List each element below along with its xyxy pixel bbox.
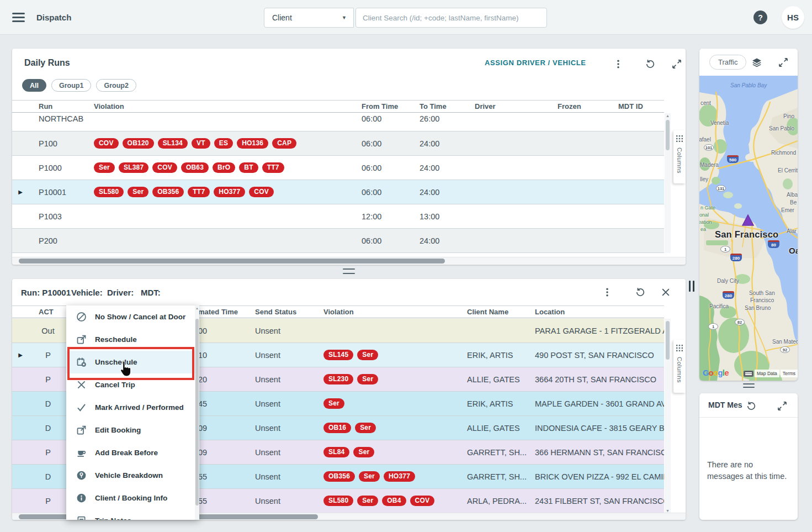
client-search-input[interactable] <box>355 8 547 28</box>
table-row[interactable]: P100COVOB120SL134VTESHO136CAP06:0024:00 <box>12 131 664 156</box>
run-cell: P1003 <box>29 212 94 221</box>
menu-item-mark-arrived[interactable]: Mark Arrived / Performed <box>66 396 199 419</box>
map-expand-icon[interactable] <box>777 56 790 69</box>
violation-cell: SL580SerOB4COV <box>323 496 467 506</box>
daily-runs-kebab-menu-icon[interactable] <box>612 57 625 71</box>
run-detail-close-icon[interactable] <box>659 286 672 299</box>
run-cell: P10001 <box>29 188 94 197</box>
table-row[interactable]: P20006:0024:00 <box>12 229 664 253</box>
column-header[interactable]: Send Status <box>255 308 323 316</box>
run-cell: P100 <box>29 139 94 148</box>
mark-arrived-icon <box>75 402 87 414</box>
horizontal-splitter-handle[interactable] <box>343 268 355 274</box>
right-splitter-handle[interactable] <box>743 383 755 388</box>
from-time-cell: 12:00 <box>362 212 420 221</box>
violation-cell: SL84Ser <box>323 447 467 457</box>
avatar[interactable]: HS <box>782 6 804 29</box>
violation-cell: OB356SerHO377 <box>323 471 467 482</box>
menu-item-unschedule[interactable]: Unschedule <box>66 351 199 373</box>
add-break-icon <box>75 447 87 459</box>
send-status-cell: Unsent <box>255 375 323 384</box>
to-time-cell: 26:00 <box>420 113 475 123</box>
menu-item-cancel-trip[interactable]: Cancel Trip <box>66 373 199 396</box>
map-label: Daly City <box>717 278 739 284</box>
assign-driver-vehicle-button[interactable]: ASSIGN DRIVER / VEHICLE <box>485 59 586 67</box>
menu-item-label: Add Break Before <box>95 449 158 457</box>
daily-runs-expand-icon[interactable] <box>670 57 683 71</box>
violation-cell: SL145Ser <box>323 350 467 360</box>
menu-item-edit-booking[interactable]: Edit Booking <box>66 419 199 441</box>
from-time-cell: 06:00 <box>362 113 420 123</box>
filter-chip-all[interactable]: All <box>22 79 46 92</box>
column-header[interactable]: Violation <box>323 308 467 316</box>
help-icon[interactable]: ? <box>753 10 767 24</box>
table-row[interactable]: P100312:0013:00 <box>12 204 664 229</box>
mdt-expand-icon[interactable] <box>776 399 789 413</box>
daily-runs-horizontal-scrollbar[interactable] <box>12 257 686 264</box>
column-header[interactable]: Frozen <box>558 102 618 110</box>
vehicle-map-marker[interactable] <box>741 214 755 228</box>
act-cell: Out <box>29 326 67 335</box>
violation-badge: Ser <box>357 496 378 506</box>
column-header[interactable]: Client Name <box>467 308 535 316</box>
violation-badge: TT7 <box>188 187 210 197</box>
column-header[interactable]: Location <box>535 308 664 316</box>
menu-item-trip-notes[interactable]: Trip Notes <box>66 509 199 520</box>
map-label: Francisco <box>750 297 774 303</box>
map-terms-link[interactable]: Terms <box>781 370 798 377</box>
run-detail-vertical-scrollbar[interactable]: ▼ <box>665 319 671 513</box>
highway-shield-101: 101 <box>704 144 714 151</box>
panel-collapse-handle[interactable] <box>689 281 694 292</box>
hamburger-menu-icon[interactable] <box>12 13 25 22</box>
violation-badge: OB356 <box>152 187 184 197</box>
to-time-cell: 24:00 <box>420 236 475 245</box>
column-header[interactable]: ACT <box>29 308 67 316</box>
traffic-toggle-button[interactable]: Traffic <box>709 55 746 70</box>
run-detail-columns-tab[interactable]: Columns <box>673 340 686 393</box>
dispatch-app: Dispatch Client ▼ ? HS Daily Runs AllGro… <box>0 0 812 532</box>
map-label: n Gate <box>700 205 715 210</box>
column-header[interactable]: Run <box>29 102 94 110</box>
keyboard-shortcuts-icon[interactable] <box>744 371 753 377</box>
map-canvas[interactable]: San Pablo BaycentPinoVenetiaSan PabloRaf… <box>699 76 798 381</box>
map-label: Oa <box>789 246 798 255</box>
column-header[interactable]: Violation <box>94 102 362 110</box>
no-show-icon <box>75 311 87 323</box>
menu-item-reschedule[interactable]: Reschedule <box>66 328 199 351</box>
column-header[interactable]: Driver <box>475 102 558 110</box>
location-cell: 2431 FILBERT ST, SAN FRANCISCO <box>535 497 664 505</box>
act-cell: D <box>29 424 67 433</box>
map-panel: Traffic <box>699 49 798 381</box>
violation-badge: COV <box>249 187 274 197</box>
table-row[interactable]: NORTHCAB06:0026:00 <box>12 113 664 131</box>
mdt-refresh-icon[interactable] <box>745 399 758 413</box>
column-header[interactable]: To Time <box>420 102 475 110</box>
map-data-link[interactable]: Map Data <box>755 370 779 377</box>
map-label: South San <box>749 290 775 296</box>
column-header[interactable]: MDT ID <box>618 102 664 110</box>
daily-runs-refresh-icon[interactable] <box>644 57 657 71</box>
highway-shield-80: 80 <box>768 240 779 248</box>
daily-runs-columns-tab[interactable]: Columns <box>673 130 686 183</box>
map-label: Madera <box>700 162 719 168</box>
run-detail-refresh-icon[interactable] <box>634 286 647 299</box>
violation-badge: BrO <box>213 162 235 173</box>
filter-chip-group1[interactable]: Group1 <box>51 79 91 92</box>
to-time-cell: 24:00 <box>420 164 475 172</box>
menu-item-vehicle-breakdown[interactable]: Vehicle Breakdown <box>66 464 199 487</box>
selected-row-marker-icon: ▶ <box>12 189 29 195</box>
highway-shield-1: 1 <box>708 323 718 330</box>
violation-cell: Ser <box>323 398 467 409</box>
daily-runs-vertical-scrollbar[interactable]: ▲ <box>665 113 671 253</box>
search-type-select[interactable]: Client ▼ <box>264 8 354 28</box>
column-header[interactable]: From Time <box>362 102 420 110</box>
run-detail-kebab-menu-icon[interactable] <box>601 286 614 299</box>
table-row[interactable]: ▶P10001SL580SerOB356TT7HO377COV06:0024:0… <box>12 180 664 204</box>
table-row[interactable]: P1000SerSL387COVOB63BrOBTTT706:0024:00 <box>12 156 664 180</box>
map-layers-icon[interactable] <box>750 56 763 69</box>
menu-item-add-break[interactable]: Add Break Before <box>66 441 199 464</box>
menu-scrollbar[interactable]: ▲ <box>195 305 199 520</box>
filter-chip-group2[interactable]: Group2 <box>96 79 136 92</box>
menu-item-client-info[interactable]: Client / Booking Info <box>66 487 199 509</box>
menu-item-no-show[interactable]: No Show / Cancel at Door <box>66 305 199 328</box>
